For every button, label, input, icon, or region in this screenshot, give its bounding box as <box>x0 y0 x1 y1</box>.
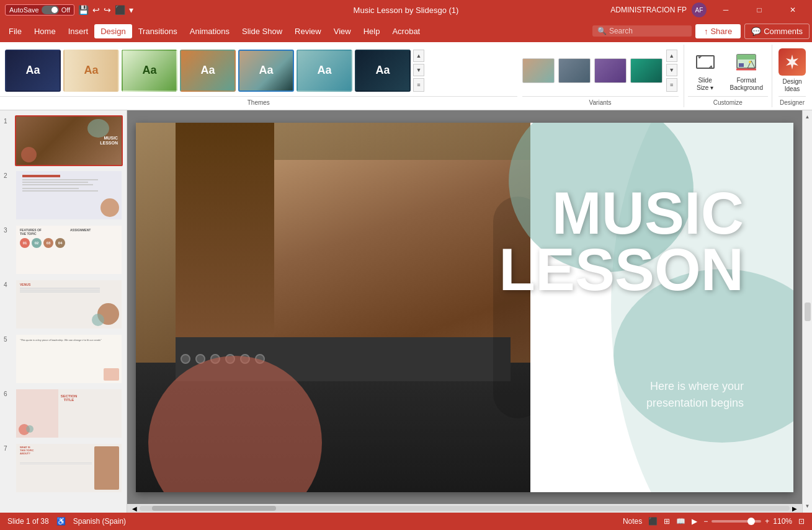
designer-label: Designer <box>779 96 806 107</box>
slide-thumb-img-7: WHAT ISTHIS TOPICABOUT? <box>15 443 123 493</box>
avatar[interactable]: AF <box>692 2 707 17</box>
redo-icon[interactable]: ↪ <box>104 5 111 15</box>
restore-button[interactable]: □ <box>745 0 774 20</box>
slide-thumbnail-6[interactable]: 6 SECTIONTITLE <box>4 388 123 439</box>
right-scroll-down[interactable]: ▼ <box>804 502 811 510</box>
slide-thumbnail-2[interactable]: 2 <box>4 170 123 221</box>
format-background-icon <box>734 50 759 74</box>
autosave-state: Off <box>61 6 70 14</box>
slide-subtitle: Here is where your presentation begins <box>646 378 744 412</box>
canvas-scroll-area[interactable]: MUSIC LESSON Here is where your presenta… <box>127 110 802 504</box>
variants-label: Variants <box>522 96 679 107</box>
menu-home[interactable]: Home <box>28 24 62 38</box>
zoom-in-icon[interactable]: + <box>765 517 769 526</box>
notes-button[interactable]: Notes <box>623 517 642 526</box>
search-box[interactable]: 🔍 Search <box>592 25 692 37</box>
menu-slideshow[interactable]: Slide Show <box>236 24 288 38</box>
designer-area: DesignIdeas Designer <box>772 45 812 107</box>
menu-file[interactable]: File <box>2 24 28 38</box>
present-icon[interactable]: ⬛ <box>115 5 125 15</box>
right-scroll-up[interactable]: ▲ <box>804 113 811 121</box>
view-slideshow-icon[interactable]: ▶ <box>692 517 697 526</box>
horizontal-scrollbar[interactable]: ◀ ▶ <box>127 504 802 513</box>
slide-num-1: 1 <box>4 115 11 125</box>
user-name: ADMINISTRACION FP <box>610 6 687 14</box>
search-icon: 🔍 <box>597 27 607 35</box>
slide-thumb-img-2 <box>15 170 123 221</box>
scroll-left-button[interactable]: ◀ <box>130 504 140 513</box>
right-scroll-thumb[interactable] <box>805 303 811 321</box>
theme-item-3[interactable]: Aa <box>122 50 177 92</box>
fit-screen-icon[interactable]: ⊡ <box>798 517 805 526</box>
theme-scroll-up[interactable]: ▲ <box>413 50 424 62</box>
variant-item-1[interactable] <box>522 58 555 83</box>
svg-rect-3 <box>739 63 744 67</box>
minimize-button[interactable]: ─ <box>712 0 740 20</box>
save-icon[interactable]: 💾 <box>78 5 89 15</box>
themes-label: Themes <box>0 96 517 107</box>
share-button[interactable]: ↑ Share <box>695 24 741 38</box>
theme-scroll-down[interactable]: ▼ <box>413 64 424 76</box>
variant-item-3[interactable] <box>594 58 627 83</box>
slide-thumbnail-5[interactable]: 5 "This quote is a key piece of leadersh… <box>4 333 123 384</box>
variant-scroll-more[interactable]: ≡ <box>666 78 677 92</box>
menu-animations[interactable]: Animations <box>184 24 236 38</box>
autosave-toggle[interactable] <box>42 6 59 14</box>
menu-transitions[interactable]: Transitions <box>132 24 184 38</box>
slide-panel: 1 MUSICLESSON 2 <box>0 110 127 513</box>
slide-size-button[interactable]: SlideSize ▾ <box>688 47 723 94</box>
slide-canvas: MUSIC LESSON Here is where your presenta… <box>136 123 793 492</box>
variants-grid: ▲ ▼ ≡ <box>522 45 679 96</box>
menu-help[interactable]: Help <box>357 24 386 38</box>
view-normal-icon[interactable]: ⬛ <box>648 517 658 526</box>
more-icon[interactable]: ▾ <box>129 5 133 15</box>
menu-insert[interactable]: Insert <box>62 24 95 38</box>
h-scroll-track[interactable] <box>140 506 790 511</box>
zoom-control: − + 110% <box>703 517 792 526</box>
theme-item-6[interactable]: Aa <box>297 50 352 92</box>
view-reading-icon[interactable]: 📖 <box>676 517 685 526</box>
slide-size-label: SlideSize ▾ <box>697 77 713 92</box>
autosave-badge[interactable]: AutoSave Off <box>5 4 74 15</box>
menu-view[interactable]: View <box>328 24 357 38</box>
zoom-out-icon[interactable]: − <box>703 517 708 526</box>
status-bar: Slide 1 of 38 ♿ Spanish (Spain) Notes ⬛ … <box>0 513 812 530</box>
ribbon-themes-area: Aa Aa Aa Aa Aa Aa Aa <box>0 45 517 107</box>
theme-item-5[interactable]: Aa <box>238 50 294 92</box>
language: Spanish (Spain) <box>73 517 126 526</box>
menu-bar-right: 🔍 Search ↑ Share 💬 Comments <box>592 24 810 39</box>
theme-scroll-arrows: ▲ ▼ ≡ <box>413 50 426 92</box>
design-ideas-button[interactable]: DesignIdeas <box>779 45 806 96</box>
theme-item-2[interactable]: Aa <box>63 50 119 92</box>
menu-acrobat[interactable]: Acrobat <box>386 24 426 38</box>
slide-thumbnail-7[interactable]: 7 WHAT ISTHIS TOPICABOUT? <box>4 443 123 493</box>
slide-thumbnail-3[interactable]: 3 FEATURES OFTHE TOPIC ASSIGNMENT 01 02 … <box>4 224 123 275</box>
slide-thumbnail-4[interactable]: 4 VENUS <box>4 279 123 330</box>
slide-num-4: 4 <box>4 279 11 288</box>
zoom-slider[interactable] <box>712 520 761 523</box>
menu-design[interactable]: Design <box>94 24 132 38</box>
close-button[interactable]: ✕ <box>779 0 807 20</box>
format-background-button[interactable]: FormatBackground <box>725 47 768 94</box>
menu-bar: File Home Insert Design Transitions Anim… <box>0 20 812 42</box>
theme-item-1[interactable]: Aa <box>5 50 61 92</box>
theme-scroll-more[interactable]: ≡ <box>413 78 424 92</box>
accessibility-icon[interactable]: ♿ <box>56 517 66 526</box>
variant-item-2[interactable] <box>558 58 591 83</box>
variant-item-4[interactable] <box>630 58 663 83</box>
zoom-slider-thumb[interactable] <box>747 518 755 525</box>
h-scroll-thumb[interactable] <box>152 506 276 511</box>
menu-review[interactable]: Review <box>288 24 328 38</box>
undo-icon[interactable]: ↩ <box>92 5 100 15</box>
view-slide-sorter-icon[interactable]: ⊞ <box>664 517 670 526</box>
comments-button[interactable]: 💬 Comments <box>744 24 810 39</box>
scroll-right-button[interactable]: ▶ <box>790 504 800 513</box>
variant-scroll-up[interactable]: ▲ <box>666 50 677 62</box>
theme-item-4[interactable]: Aa <box>180 50 236 92</box>
slide-info: Slide 1 of 38 <box>7 517 49 526</box>
slide-thumbnail-1[interactable]: 1 MUSICLESSON <box>4 115 123 166</box>
slide-size-icon <box>693 50 718 74</box>
title-bar-right: ADMINISTRACION FP AF ─ □ ✕ <box>610 0 807 20</box>
theme-item-7[interactable]: Aa <box>355 50 411 92</box>
variant-scroll-down[interactable]: ▼ <box>666 64 677 76</box>
